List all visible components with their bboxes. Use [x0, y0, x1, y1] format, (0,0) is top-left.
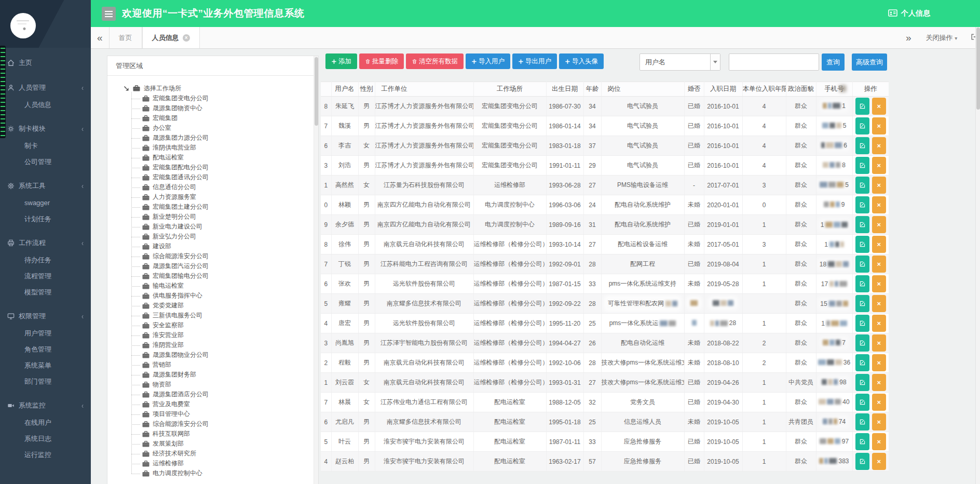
- profile-link[interactable]: 个人信息: [888, 9, 930, 18]
- tabs-scroll-right-icon[interactable]: »: [899, 32, 919, 44]
- delete-button[interactable]: ×: [872, 374, 886, 391]
- sidebar-item-人员信息[interactable]: 人员信息: [0, 97, 91, 113]
- tree-root-node[interactable]: 选择工作场所: [124, 83, 318, 93]
- delete-button[interactable]: ×: [872, 453, 886, 470]
- tree-node[interactable]: 发展策划部: [131, 439, 318, 449]
- delete-button[interactable]: ×: [872, 413, 886, 431]
- tree-node[interactable]: 供电服务指挥中心: [131, 291, 318, 301]
- 导入用户-button[interactable]: 导入用户: [466, 53, 510, 69]
- delete-button[interactable]: ×: [872, 315, 886, 332]
- edit-button[interactable]: [855, 177, 869, 194]
- tree-node[interactable]: 新业楚明分公司: [131, 212, 318, 222]
- edit-button[interactable]: [855, 354, 869, 371]
- tree-node[interactable]: 淮阴供电营业部: [131, 143, 318, 153]
- edit-button[interactable]: [855, 413, 869, 431]
- edit-button[interactable]: [855, 117, 869, 135]
- sidebar-item-制卡[interactable]: 制卡: [0, 138, 91, 154]
- 添加-button[interactable]: 添加: [325, 53, 357, 69]
- sidebar-item-人员管理[interactable]: 人员管理‹: [0, 79, 91, 97]
- sidebar-item-角色管理[interactable]: 角色管理: [0, 341, 91, 357]
- edit-button[interactable]: [855, 453, 869, 470]
- tree-node[interactable]: 营销部: [131, 360, 318, 370]
- tree-node[interactable]: 晟源集团物业分公司: [131, 350, 318, 360]
- delete-button[interactable]: ×: [872, 334, 886, 352]
- tree-node[interactable]: 电力调度控制中心: [131, 468, 318, 478]
- menu-toggle-icon[interactable]: [102, 7, 116, 21]
- delete-button[interactable]: ×: [872, 295, 886, 312]
- tree-node[interactable]: 晟源集团财务部: [131, 370, 318, 380]
- tree-node[interactable]: 项目管理中心: [131, 409, 318, 419]
- sidebar-item-计划任务[interactable]: 计划任务: [0, 211, 91, 227]
- edit-button[interactable]: [855, 275, 869, 292]
- tree-node[interactable]: 淮阴营业部: [131, 340, 318, 350]
- sidebar-item-系统监控[interactable]: 系统监控‹: [0, 397, 91, 414]
- tree-node[interactable]: 晟源集团汽运分公司: [131, 261, 318, 271]
- sidebar-item-权限管理[interactable]: 权限管理‹: [0, 307, 91, 325]
- sidebar-item-部门管理[interactable]: 部门管理: [0, 373, 91, 389]
- tree-expand-icon[interactable]: [124, 86, 129, 91]
- sidebar-item-系统菜单[interactable]: 系统菜单: [0, 357, 91, 373]
- 导入头像-button[interactable]: 导入头像: [559, 53, 604, 69]
- tree-node[interactable]: 宏能集团变电分公司: [131, 93, 318, 103]
- edit-button[interactable]: [855, 394, 869, 411]
- delete-button[interactable]: ×: [872, 256, 886, 273]
- edit-button[interactable]: [855, 98, 869, 115]
- tree-scrollbar-thumb[interactable]: [315, 57, 318, 126]
- tree-node[interactable]: 科技互联网部: [131, 429, 318, 439]
- delete-button[interactable]: ×: [872, 394, 886, 411]
- sidebar-item-制卡模块[interactable]: 制卡模块‹: [0, 120, 91, 138]
- delete-button[interactable]: ×: [872, 236, 886, 253]
- tree-node[interactable]: 宏能集团土建分公司: [131, 202, 318, 212]
- tree-node[interactable]: 新业电力建设公司: [131, 222, 318, 232]
- edit-button[interactable]: [855, 157, 869, 174]
- edit-button[interactable]: [855, 196, 869, 213]
- tree-node[interactable]: 综合能源淮安分公司: [131, 251, 318, 261]
- page-scrollbar[interactable]: [975, 27, 980, 484]
- delete-button[interactable]: ×: [872, 177, 886, 194]
- tree-node[interactable]: 物资部: [131, 380, 318, 389]
- delete-button[interactable]: ×: [872, 117, 886, 135]
- avatar[interactable]: [10, 13, 36, 38]
- delete-button[interactable]: ×: [872, 196, 886, 213]
- tree-node[interactable]: 党委党建部: [131, 301, 318, 311]
- sidebar-item-待办任务[interactable]: 待办任务: [0, 252, 91, 268]
- edit-button[interactable]: [855, 334, 869, 352]
- tree-node[interactable]: 宏能集团配电分公司: [131, 163, 318, 172]
- tabs-scroll-left-icon[interactable]: «: [91, 27, 109, 48]
- tree-node[interactable]: 办公室: [131, 123, 318, 133]
- tree-node[interactable]: 输电运检室: [131, 281, 318, 291]
- tree-node[interactable]: 晟源集团物资中心: [131, 103, 318, 113]
- delete-button[interactable]: ×: [872, 137, 886, 154]
- tree-node[interactable]: 宏能集团输电分公司: [131, 271, 318, 281]
- advanced-query-button[interactable]: 高级查询: [852, 53, 887, 71]
- tree-node[interactable]: 晟源集团力源分公司: [131, 133, 318, 143]
- tree-node[interactable]: 综合能源淮安分公司: [131, 419, 318, 429]
- edit-button[interactable]: [855, 374, 869, 391]
- sidebar-item-工作流程[interactable]: 工作流程‹: [0, 234, 91, 252]
- tree-node[interactable]: 安全监察部: [131, 320, 318, 330]
- sidebar-item-流程管理[interactable]: 流程管理: [0, 268, 91, 284]
- tree-scrollbar[interactable]: [314, 56, 318, 484]
- tab-personnel-info[interactable]: 人员信息 ×: [142, 27, 200, 48]
- edit-button[interactable]: [855, 433, 869, 450]
- tree-node[interactable]: 三新供电服务公司: [131, 311, 318, 320]
- tree-node[interactable]: 人力资源服务室: [131, 192, 318, 202]
- tree-node[interactable]: 宏能集团通讯分公司: [131, 172, 318, 182]
- search-field-select[interactable]: 用户名: [639, 53, 720, 71]
- tree-node[interactable]: 淮安营业部: [131, 330, 318, 340]
- sidebar-item-在线用户[interactable]: 在线用户: [0, 414, 91, 431]
- sidebar-item-系统日志[interactable]: 系统日志: [0, 431, 91, 447]
- sidebar-item-用户管理[interactable]: 用户管理: [0, 325, 91, 341]
- delete-button[interactable]: ×: [872, 157, 886, 174]
- 清空所有数据-button[interactable]: 清空所有数据: [406, 53, 464, 69]
- close-operations-dropdown[interactable]: 关闭操作 ▾: [919, 33, 965, 43]
- delete-button[interactable]: ×: [872, 275, 886, 292]
- tree-node[interactable]: 宏能集团: [131, 113, 318, 123]
- tree-node[interactable]: 新业弘力分公司: [131, 232, 318, 241]
- page-scrollbar-thumb[interactable]: [976, 28, 980, 110]
- sidebar-item-公司管理[interactable]: 公司管理: [0, 154, 91, 170]
- delete-button[interactable]: ×: [872, 354, 886, 371]
- edit-button[interactable]: [855, 137, 869, 154]
- tree-node[interactable]: 信息通信分公司: [131, 182, 318, 192]
- tree-node[interactable]: 营业及电费室: [131, 399, 318, 409]
